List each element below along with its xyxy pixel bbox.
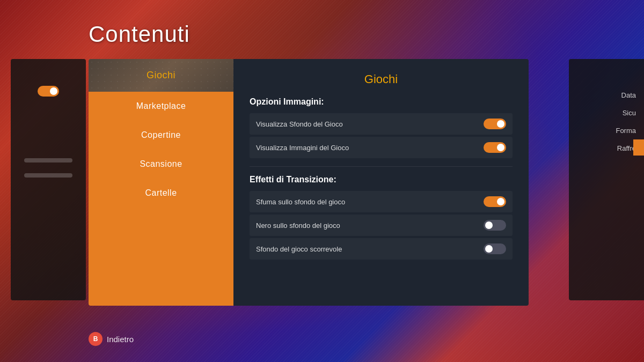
settings-panel: Giochi Opzioni Immagini: Visualizza Sfon… [233, 59, 529, 306]
right-item-data: Data [577, 91, 636, 99]
section-opzioni-immagini-title: Opzioni Immagini: [250, 97, 513, 107]
right-item-raffre: Raffre [577, 144, 636, 152]
setting-row-visualizza-sfondo[interactable]: Visualizza Sfondo del Gioco [250, 113, 513, 135]
setting-row-sfuma-sfondo[interactable]: Sfuma sullo sfondo del gioco [250, 191, 513, 212]
left-toggle[interactable] [38, 86, 59, 97]
back-button-icon: B [89, 332, 103, 346]
setting-row-sfondo-scorrevole[interactable]: Sfondo del gioco scorrevole [250, 238, 513, 260]
toggle-sfondo-scorrevole[interactable] [484, 243, 506, 254]
toggle-sfuma-sfondo[interactable] [484, 196, 506, 207]
setting-label-sfondo-scorrevole: Sfondo del gioco scorrevole [256, 245, 342, 253]
back-button[interactable]: B Indietro [89, 332, 134, 346]
section-effetti-transizione-title: Effetti di Transizione: [250, 175, 513, 184]
toggle-visualizza-immagini[interactable] [484, 142, 506, 153]
setting-label-visualizza-sfondo: Visualizza Sfondo del Gioco [256, 120, 343, 128]
nav-item-copertine[interactable]: Copertine [89, 121, 233, 150]
back-button-label: Indietro [107, 335, 134, 344]
toggle-visualizza-sfondo[interactable] [484, 119, 506, 129]
page-title: Contenuti [89, 21, 190, 47]
setting-label-visualizza-immagini: Visualizza Immagini del Gioco [256, 144, 349, 152]
nav-item-giochi[interactable]: Giochi [89, 59, 233, 92]
main-panel: Giochi Marketplace Copertine Scansione C… [89, 59, 529, 306]
left-panel [11, 59, 86, 300]
nav-item-marketplace[interactable]: Marketplace [89, 92, 233, 121]
right-orange-bar [633, 139, 644, 156]
setting-row-nero-sfondo[interactable]: Nero sullo sfondo del gioco [250, 215, 513, 236]
setting-row-visualizza-immagini[interactable]: Visualizza Immagini del Gioco [250, 137, 513, 158]
left-bar2 [24, 173, 72, 178]
right-panel: Data Sicu Forma Raffre [569, 59, 644, 300]
nav-item-scansione[interactable]: Scansione [89, 150, 233, 179]
toggle-nero-sfondo[interactable] [484, 220, 506, 231]
nav-item-cartelle[interactable]: Cartelle [89, 179, 233, 208]
setting-label-nero-sfondo: Nero sullo sfondo del gioco [256, 221, 340, 230]
left-bar [24, 158, 72, 162]
settings-title: Giochi [250, 72, 513, 86]
right-item-forma: Forma [577, 127, 636, 135]
section-divider-1 [250, 166, 513, 167]
setting-label-sfuma-sfondo: Sfuma sullo sfondo del gioco [256, 198, 345, 206]
right-item-sicu: Sicu [577, 109, 636, 117]
nav-menu: Giochi Marketplace Copertine Scansione C… [89, 59, 233, 306]
